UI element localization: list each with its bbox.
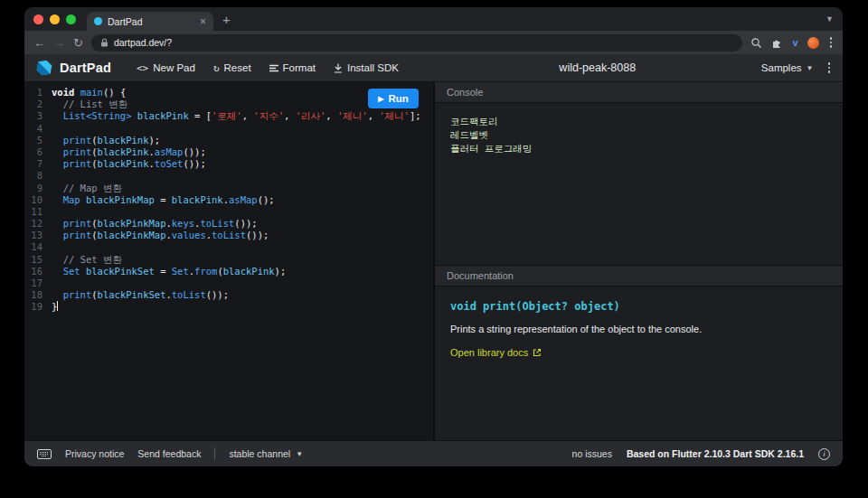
code-line[interactable]: 13 print(blackPinkMap.values.toList()); — [24, 230, 433, 241]
browser-tab[interactable]: DartPad × — [87, 12, 213, 31]
info-icon[interactable]: i — [818, 448, 830, 460]
close-window-button[interactable] — [33, 14, 43, 24]
samples-label: Samples — [761, 62, 802, 73]
documentation-header: Documentation — [435, 266, 843, 287]
maximize-window-button[interactable] — [66, 14, 76, 24]
tab-favicon-icon — [94, 17, 102, 25]
address-bar: ← → ↻ dartpad.dev/? v — [24, 31, 843, 54]
code-line[interactable]: 19} — [24, 301, 433, 313]
privacy-notice-link[interactable]: Privacy notice — [65, 448, 124, 459]
doc-link-label: Open library docs — [450, 347, 528, 358]
documentation-body: void print(Object? object) Prints a stri… — [435, 287, 843, 371]
line-number: 2 — [24, 99, 52, 110]
dartpad-header: DartPad <> New Pad ↻ Reset Format Instal… — [24, 54, 843, 82]
v-extension-icon[interactable]: v — [792, 37, 797, 48]
documentation-title: Documentation — [447, 270, 514, 281]
code-line[interactable]: 7 print(blackPink.toSet()); — [24, 158, 433, 170]
refresh-icon[interactable]: ↻ — [73, 37, 83, 49]
line-number: 10 — [24, 194, 52, 206]
line-number: 6 — [24, 146, 52, 158]
line-number: 19 — [24, 301, 52, 313]
code-line[interactable]: 16 Set blackPinkSet = Set.from(blackPink… — [24, 266, 433, 277]
code-line[interactable]: 8 — [24, 170, 433, 182]
line-number: 11 — [24, 206, 52, 218]
line-number: 14 — [24, 241, 52, 253]
reset-icon: ↻ — [213, 62, 220, 74]
console-line: 플러터 프로그래밍 — [450, 142, 827, 155]
url-bar[interactable]: dartpad.dev/? — [91, 34, 742, 52]
minimize-window-button[interactable] — [50, 14, 60, 24]
keyboard-shortcuts-icon[interactable] — [37, 449, 52, 459]
line-number: 12 — [24, 218, 52, 230]
new-pad-label: New Pad — [153, 62, 195, 73]
format-label: Format — [283, 62, 316, 73]
play-icon: ▶ — [378, 95, 383, 103]
code-line[interactable]: 18 print(blackPinkSet.toList()); — [24, 289, 433, 301]
zoom-icon[interactable] — [750, 37, 762, 49]
browser-menu-icon[interactable] — [828, 35, 835, 50]
channel-selector[interactable]: stable channel ▼ — [229, 448, 303, 459]
new-tab-button[interactable]: + — [222, 13, 231, 26]
line-number: 8 — [24, 170, 52, 182]
line-number: 15 — [24, 254, 52, 266]
open-library-docs-link[interactable]: Open library docs — [450, 347, 827, 358]
install-sdk-label: Install SDK — [347, 62, 399, 73]
code-line[interactable]: 9 // Map 변환 — [24, 183, 433, 194]
chevron-down-icon: ▼ — [807, 64, 814, 72]
line-number: 4 — [24, 123, 52, 135]
run-label: Run — [388, 93, 408, 104]
external-link-icon — [533, 348, 542, 357]
code-line[interactable]: 15 // Set 변환 — [24, 254, 433, 266]
overflow-menu-icon[interactable] — [826, 61, 833, 75]
format-icon — [269, 64, 278, 72]
reset-button[interactable]: ↻ Reset — [204, 54, 260, 81]
tab-strip: DartPad × + ▼ — [24, 7, 843, 31]
run-button[interactable]: ▶ Run — [368, 89, 419, 108]
code-line[interactable]: 5 print(blackPink); — [24, 135, 433, 146]
code-line[interactable]: 4 — [24, 123, 433, 135]
code-line[interactable]: 6 print(blackPink.asMap()); — [24, 146, 433, 158]
install-sdk-button[interactable]: Install SDK — [325, 54, 408, 81]
footer-bar: Privacy notice Send feedback stable chan… — [24, 440, 843, 466]
line-number: 5 — [24, 135, 52, 146]
back-icon[interactable]: ← — [33, 37, 45, 49]
samples-dropdown[interactable]: Samples ▼ — [761, 62, 814, 73]
main-area: 1void main() {2 // List 변환3 List<String>… — [24, 82, 843, 440]
new-pad-button[interactable]: <> New Pad — [127, 54, 204, 81]
pad-title: wild-peak-8088 — [434, 61, 762, 74]
code-editor[interactable]: 1void main() {2 // List 변환3 List<String>… — [24, 82, 433, 440]
code-lines: 1void main() {2 // List 변환3 List<String>… — [24, 87, 433, 314]
profile-avatar[interactable] — [807, 37, 819, 49]
code-line[interactable]: 12 print(blackPinkMap.keys.toList()); — [24, 218, 433, 230]
extensions-icon[interactable] — [771, 37, 783, 49]
code-line[interactable]: 17 — [24, 277, 433, 289]
tab-search-chevron-icon[interactable]: ▼ — [826, 14, 834, 23]
code-line[interactable]: 10 Map blackPinkMap = blackPink.asMap(); — [24, 194, 433, 206]
line-number: 13 — [24, 230, 52, 241]
line-number: 9 — [24, 183, 52, 194]
dart-logo-icon — [35, 59, 53, 77]
forward-icon[interactable]: → — [53, 37, 65, 49]
code-line[interactable]: 3 List<String> blackPink = ['로제', '지수', … — [24, 110, 433, 122]
format-button[interactable]: Format — [260, 54, 325, 81]
code-line[interactable]: 14 — [24, 241, 433, 253]
tab-title: DartPad — [108, 16, 194, 27]
console-header: Console — [435, 82, 843, 103]
code-icon: <> — [137, 62, 148, 74]
tab-close-icon[interactable]: × — [200, 15, 206, 28]
reset-label: Reset — [224, 62, 251, 73]
window-controls — [33, 14, 76, 24]
line-number: 17 — [24, 277, 52, 289]
footer-divider — [214, 447, 215, 460]
url-text: dartpad.dev/? — [114, 37, 172, 48]
send-feedback-link[interactable]: Send feedback — [137, 448, 201, 459]
code-line[interactable]: 11 — [24, 206, 433, 218]
console-panel: Console 코드팩토리레드벨벳플러터 프로그래밍 — [435, 82, 843, 265]
line-number: 3 — [24, 110, 52, 122]
browser-window: DartPad × + ▼ ← → ↻ dartpad.dev/? v — [24, 7, 843, 466]
line-number: 18 — [24, 289, 52, 301]
chevron-down-icon: ▼ — [296, 450, 303, 458]
version-label: Based on Flutter 2.10.3 Dart SDK 2.16.1 — [627, 448, 804, 459]
text-cursor — [57, 301, 58, 311]
browser-action-icons: v — [750, 35, 834, 50]
